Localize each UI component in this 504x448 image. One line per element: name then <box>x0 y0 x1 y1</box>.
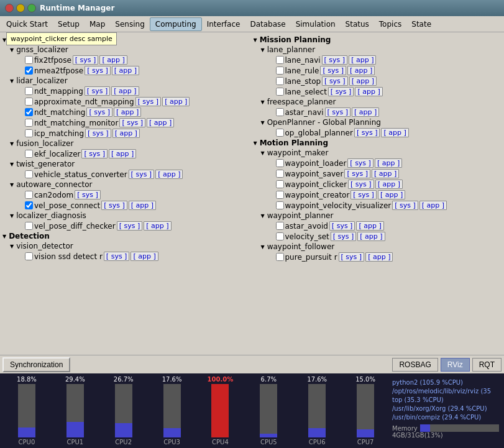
lane-stop-app[interactable]: [ app ] <box>349 76 377 86</box>
vel-pose-check[interactable] <box>25 201 33 209</box>
vehicle-status-check[interactable] <box>25 170 33 178</box>
vel-pose-app[interactable]: [ app ] <box>129 201 156 210</box>
lane-triangle[interactable] <box>261 47 265 53</box>
nmea2tfpose-check[interactable] <box>25 66 33 75</box>
vehicle-status-app[interactable]: [ app ] <box>155 170 183 179</box>
ndt-monitor-app[interactable]: [ app ] <box>147 118 174 127</box>
lane-rule-app[interactable]: [ app ] <box>347 66 375 75</box>
wp-saver-sys[interactable]: [ sys ] <box>344 169 370 178</box>
vision-ssd-sys[interactable]: [ sys ] <box>104 252 130 261</box>
lane-navi-sys[interactable]: [ sys ] <box>322 55 348 65</box>
ndt-matching-sys[interactable]: [ sys ] <box>86 107 112 117</box>
minimize-button[interactable] <box>16 4 25 12</box>
op-global-app[interactable]: [ app ] <box>381 128 408 137</box>
lane-select-app[interactable]: [ app ] <box>355 87 382 96</box>
can2odom-sys[interactable]: [ sys ] <box>75 190 101 199</box>
ndt-mapping-sys[interactable]: [ sys ] <box>85 86 111 96</box>
lane-rule-check[interactable] <box>276 66 284 75</box>
lane-navi-check[interactable] <box>276 56 284 64</box>
wp-velvis-sys[interactable]: [ sys ] <box>392 201 418 210</box>
rqt-button[interactable]: RQT <box>472 358 502 372</box>
connector-triangle[interactable] <box>10 182 14 188</box>
pure-pursuit-sys[interactable]: [ sys ] <box>339 252 365 262</box>
ndt-matching-check[interactable] <box>25 108 33 116</box>
close-button[interactable] <box>5 4 14 12</box>
wp-saver-check[interactable] <box>276 170 284 178</box>
vel-diff-sys[interactable]: [ sys ] <box>117 221 143 231</box>
pure-pursuit-check[interactable] <box>276 253 284 261</box>
lane-stop-check[interactable] <box>276 77 284 85</box>
wp-creator-app[interactable]: [ app ] <box>378 190 405 199</box>
vision-triangle[interactable] <box>10 244 14 249</box>
detection-triangle[interactable] <box>2 234 6 239</box>
velocity-set-app[interactable]: [ app ] <box>357 232 385 241</box>
lidar-triangle[interactable] <box>10 78 14 84</box>
wpplanner-triangle[interactable] <box>261 213 265 219</box>
lane-rule-sys[interactable]: [ sys ] <box>320 66 346 75</box>
can2odom-check[interactable] <box>25 191 33 199</box>
ndt-mapping-app[interactable]: [ app ] <box>111 86 139 96</box>
lane-navi-app[interactable]: [ app ] <box>349 55 376 65</box>
wp-saver-app[interactable]: [ app ] <box>372 169 399 178</box>
ndt-matching-app[interactable]: [ app ] <box>114 107 141 117</box>
gnss-triangle[interactable] <box>10 47 14 53</box>
approx-ndt-check[interactable] <box>25 98 33 106</box>
approx-ndt-sys[interactable]: [ sys ] <box>135 97 162 106</box>
wp-velvis-check[interactable] <box>276 201 284 209</box>
mission-triangle[interactable] <box>254 37 257 43</box>
maximize-button[interactable] <box>27 4 36 12</box>
wp-creator-sys[interactable]: [ sys ] <box>351 190 377 199</box>
nmea2tfpose-sys[interactable]: [ sys ] <box>85 66 111 75</box>
astar-avoid-check[interactable] <box>276 222 284 230</box>
diagnosis-triangle[interactable] <box>10 213 14 219</box>
fix2tfpose-check[interactable] <box>25 56 33 64</box>
astar-navi-check[interactable] <box>276 108 284 116</box>
menu-setup[interactable]: Setup <box>53 18 85 30</box>
astar-navi-app[interactable]: [ app ] <box>352 107 379 117</box>
menu-map[interactable]: Map <box>85 18 110 30</box>
velocity-set-sys[interactable]: [ sys ] <box>331 232 357 241</box>
menu-database[interactable]: Database <box>245 18 290 30</box>
rviz-button[interactable]: RViz <box>441 358 470 372</box>
window-controls[interactable] <box>5 4 36 12</box>
wp-loader-sys[interactable]: [ sys ] <box>347 158 373 168</box>
approx-ndt-app[interactable]: [ app ] <box>162 97 190 106</box>
motion-triangle[interactable] <box>254 140 257 146</box>
menu-quick-start[interactable]: Quick Start <box>1 18 53 30</box>
ndt-monitor-sys[interactable]: [ sys ] <box>119 118 145 127</box>
pure-pursuit-app[interactable]: [ app ] <box>365 252 393 262</box>
wp-creator-check[interactable] <box>276 191 284 199</box>
menu-state[interactable]: State <box>406 18 436 30</box>
vision-ssd-check[interactable] <box>25 252 33 260</box>
lane-select-sys[interactable]: [ sys ] <box>328 87 354 96</box>
vision-ssd-app[interactable]: [ app ] <box>131 252 158 261</box>
ekf-sys[interactable]: [ sys ] <box>81 149 108 158</box>
wp-clicker-sys[interactable]: [ sys ] <box>348 180 374 189</box>
openplanner-triangle[interactable] <box>261 120 265 126</box>
twist-triangle[interactable] <box>10 162 14 167</box>
menu-topics[interactable]: Topics <box>374 18 406 30</box>
icp-matching-app[interactable]: [ app ] <box>112 129 140 138</box>
wpfollower-triangle[interactable] <box>261 244 265 250</box>
sync-button[interactable]: Synchronization <box>2 357 70 372</box>
ekf-app[interactable]: [ app ] <box>109 149 136 158</box>
op-global-sys[interactable]: [ sys ] <box>354 128 380 137</box>
wp-loader-app[interactable]: [ app ] <box>375 158 402 168</box>
vehicle-status-sys[interactable]: [ sys ] <box>129 170 155 179</box>
ndt-mapping-check[interactable] <box>25 87 33 95</box>
menu-status[interactable]: Status <box>341 18 374 30</box>
vel-pose-sys[interactable]: [ sys ] <box>101 201 127 210</box>
ekf-check[interactable] <box>25 150 33 158</box>
lane-stop-sys[interactable]: [ sys ] <box>322 76 348 86</box>
menu-computing[interactable]: Computing <box>150 17 202 31</box>
fix2tfpose-app[interactable]: [ app ] <box>99 55 127 65</box>
op-global-check[interactable] <box>276 129 284 137</box>
fix2tfpose-sys[interactable]: [ sys ] <box>73 55 99 65</box>
astar-avoid-app[interactable]: [ app ] <box>356 221 383 231</box>
wp-clicker-app[interactable]: [ app ] <box>375 180 403 189</box>
icp-matching-sys[interactable]: [ sys ] <box>85 129 111 138</box>
menu-sensing[interactable]: Sensing <box>110 18 149 30</box>
menu-interface[interactable]: Interface <box>202 18 245 30</box>
vel-diff-check[interactable] <box>25 222 33 230</box>
freespace-triangle[interactable] <box>261 99 265 105</box>
